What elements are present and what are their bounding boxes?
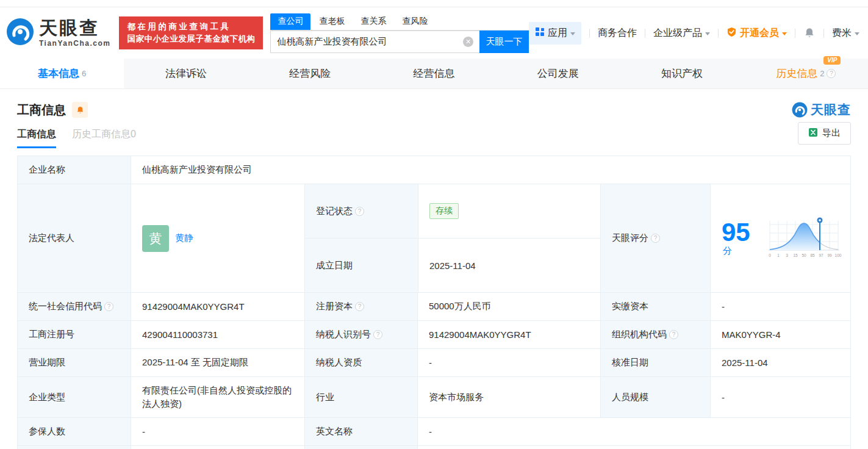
open-vip-menu[interactable]: 开通会员 xyxy=(726,27,787,40)
status-date-stack: 登记状态 ? 存续 成立日期 2025-11-04 xyxy=(304,184,600,292)
help-icon[interactable]: ? xyxy=(669,330,678,339)
excel-icon xyxy=(808,128,818,139)
enterprise-label: 企业级产品 xyxy=(653,27,702,40)
business-info-table: 企业名称 仙桃高新产业投资有限公司 法定代表人 黄 黄静 登记状态 ? 存续 xyxy=(17,156,851,449)
field-label: 营业期限 xyxy=(18,349,131,376)
score-unit: 分 xyxy=(723,245,732,256)
enterprise-menu[interactable]: 企业级产品 xyxy=(653,27,710,40)
svg-text:99: 99 xyxy=(827,253,832,257)
reg-authority-value: 仙桃市市场监督管理局 xyxy=(131,446,304,449)
svg-text:3: 3 xyxy=(786,253,788,257)
svg-text:85: 85 xyxy=(810,253,815,257)
search-tab-risk[interactable]: 查风险 xyxy=(395,13,435,30)
apps-menu[interactable]: 应用 xyxy=(529,22,581,45)
export-label: 导出 xyxy=(822,128,841,139)
field-label: 参保人数 xyxy=(18,418,131,445)
field-label: 天眼评分 ? xyxy=(600,184,710,292)
username: 费米 xyxy=(832,27,852,40)
company-type-value: 有限责任公司(非自然人投资或控股的法人独资) xyxy=(131,377,304,417)
export-button[interactable]: 导出 xyxy=(798,122,851,145)
field-label: 登记状态 ? xyxy=(305,184,418,238)
english-name-value: - xyxy=(417,418,850,445)
table-row: 参保人数 - 英文名称 - xyxy=(18,417,850,445)
tab-operating-info[interactable]: 经营信息 xyxy=(372,59,496,88)
svg-text:0: 0 xyxy=(769,253,771,257)
avatar: 黄 xyxy=(142,225,169,252)
tab-legal-litigation[interactable]: 法律诉讼 xyxy=(124,59,248,88)
cooperation-link[interactable]: 商务合作 xyxy=(598,27,637,40)
top-strip xyxy=(0,0,868,7)
banner-line1: 都在用的商业查询工具 xyxy=(127,21,255,33)
tab-operating-risk[interactable]: 经营风险 xyxy=(248,59,372,88)
apps-grid-icon xyxy=(535,27,545,39)
tab-company-development[interactable]: 公司发展 xyxy=(496,59,620,88)
clear-search-icon[interactable]: ✕ xyxy=(463,37,473,47)
reg-number-value: 429004110003731 xyxy=(131,321,304,348)
search-tab-relation[interactable]: 查关系 xyxy=(353,13,393,30)
subtab-business-info[interactable]: 工商信息 xyxy=(17,128,56,148)
field-label: 注册资本 ? xyxy=(304,293,417,320)
subtab-history-business-info[interactable]: 历史工商信息0 xyxy=(72,128,136,148)
watermark-logo: 天眼查 xyxy=(792,101,851,118)
table-row: 统一社会信用代码 ? 91429004MAK0YYGR4T 注册资本 ? 500… xyxy=(18,292,850,320)
logo-subtitle: TianYanCha.com xyxy=(39,39,110,48)
watermark-logo-icon xyxy=(792,102,808,118)
credit-code-value: 91429004MAK0YYGR4T xyxy=(131,293,304,320)
field-label: 核准日期 xyxy=(600,349,710,376)
legal-rep-cell: 黄 黄静 xyxy=(131,184,304,292)
monitor-bell-icon[interactable] xyxy=(72,102,88,118)
field-label: 成立日期 xyxy=(305,239,418,292)
search-button[interactable]: 天眼一下 xyxy=(479,31,529,53)
header-nav: 应用 商务合作 企业级产品 开通会员 费米 xyxy=(529,22,859,45)
legal-rep-link[interactable]: 黄静 xyxy=(175,232,193,244)
help-icon[interactable]: ? xyxy=(373,330,382,339)
vip-badge: VIP xyxy=(823,56,841,65)
field-label-text: 天眼评分 xyxy=(612,232,648,244)
tianyan-score-cell: 95分 xyxy=(710,184,850,292)
tab-label: 知识产权 xyxy=(661,66,703,81)
help-icon[interactable]: ? xyxy=(104,302,113,311)
chevron-down-icon xyxy=(782,32,787,35)
field-label: 法定代表人 xyxy=(18,184,131,292)
field-label: 英文名称 xyxy=(304,418,417,445)
svg-text:1: 1 xyxy=(777,253,780,257)
reg-capital-value: 50000万人民币 xyxy=(417,293,600,320)
banner-line2: 国家中小企业发展子基金旗下机构 xyxy=(127,33,255,45)
svg-text:100: 100 xyxy=(835,253,842,257)
score-distribution-chart: 0 1 3 15 50 85 97 99 100 xyxy=(766,216,844,261)
tab-history-info[interactable]: VIP 历史信息 2 ? xyxy=(744,59,868,88)
help-icon[interactable]: ? xyxy=(355,302,364,311)
help-icon[interactable]: ? xyxy=(827,69,836,78)
help-icon[interactable]: ? xyxy=(355,207,364,216)
org-code-value: MAK0YYGR-4 xyxy=(710,321,850,348)
field-label: 纳税人资质 xyxy=(304,349,417,376)
user-menu[interactable]: 费米 xyxy=(832,27,859,40)
table-row: 营业期限 2025-11-04 至 无固定期限 纳税人资质 - 核准日期 202… xyxy=(18,348,850,376)
search-tab-boss[interactable]: 查老板 xyxy=(312,13,352,30)
svg-text:50: 50 xyxy=(802,253,806,257)
field-label: 组织机构代码 ? xyxy=(600,321,710,348)
promo-banner: 都在用的商业查询工具 国家中小企业发展子基金旗下机构 xyxy=(119,16,263,49)
search-area: 查公司 查老板 查关系 查风险 ✕ 天眼一下 xyxy=(270,13,529,53)
chevron-down-icon xyxy=(705,32,710,35)
help-icon[interactable]: ? xyxy=(651,234,660,243)
reg-address-cell: 湖北省仙桃市长埫口镇通港公路特一号6幢1006室 附近公司 xyxy=(417,446,850,449)
section-title: 工商信息 xyxy=(17,102,66,118)
table-row: 法定代表人 黄 黄静 登记状态 ? 存续 成立日期 2025-11-04 xyxy=(18,184,850,292)
vip-shield-icon xyxy=(726,27,737,40)
tab-basic-info[interactable]: 基本信息 6 xyxy=(0,59,124,88)
field-label-text: 登记状态 xyxy=(316,206,353,217)
tab-label: 经营信息 xyxy=(413,66,454,81)
tab-count: 6 xyxy=(82,69,86,78)
notification-bell-icon[interactable] xyxy=(803,27,816,39)
company-name-value: 仙桃高新产业投资有限公司 xyxy=(131,156,850,184)
approval-date-value: 2025-11-04 xyxy=(710,349,850,376)
field-label: 纳税人识别号 ? xyxy=(304,321,417,348)
field-label: 人员规模 xyxy=(600,377,710,417)
search-input[interactable] xyxy=(270,31,479,53)
tianyancha-logo-icon xyxy=(6,18,34,48)
search-tab-company[interactable]: 查公司 xyxy=(270,13,310,30)
logo-title: 天眼查 xyxy=(39,19,110,37)
tab-intellectual-property[interactable]: 知识产权 xyxy=(620,59,744,88)
tianyancha-logo[interactable]: 天眼查 TianYanCha.com xyxy=(6,18,110,48)
